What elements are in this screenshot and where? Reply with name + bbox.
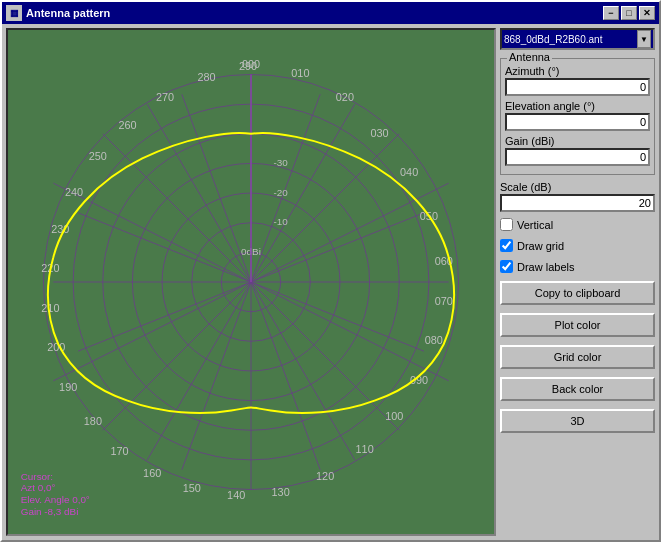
svg-text:020: 020	[336, 91, 354, 103]
window-controls: − □ ✕	[603, 6, 655, 20]
svg-text:260: 260	[118, 119, 136, 131]
antenna-group-label: Antenna	[507, 51, 552, 63]
svg-text:100: 100	[385, 410, 403, 422]
svg-text:140: 140	[227, 489, 245, 501]
copy-clipboard-button[interactable]: Copy to clipboard	[500, 281, 655, 305]
azimuth-field: Azimuth (°)	[505, 65, 650, 96]
scale-label: Scale (dB)	[500, 181, 655, 193]
content-area: 000 010 020 030 040 050 060 070 080 090 …	[2, 24, 659, 540]
elevation-field: Elevation angle (°)	[505, 100, 650, 131]
close-button[interactable]: ✕	[639, 6, 655, 20]
svg-text:Gain -8,3 dBi: Gain -8,3 dBi	[21, 506, 79, 517]
maximize-button[interactable]: □	[621, 6, 637, 20]
window-title: Antenna pattern	[26, 7, 603, 19]
scale-input[interactable]	[500, 194, 655, 212]
svg-text:130: 130	[272, 486, 290, 498]
sidebar: 868_0dBd_R2B60.ant ▼ Antenna Azimuth (°)…	[500, 28, 655, 536]
scale-field: Scale (dB)	[500, 181, 655, 212]
gain-input[interactable]	[505, 148, 650, 166]
svg-text:030: 030	[370, 127, 388, 139]
svg-text:040: 040	[400, 166, 418, 178]
svg-text:110: 110	[356, 443, 374, 455]
svg-text:210: 210	[41, 302, 59, 314]
gain-field: Gain (dBi)	[505, 135, 650, 166]
draw-labels-checkbox-row: Draw labels	[500, 260, 655, 273]
svg-text:290: 290	[239, 60, 257, 72]
svg-text:120: 120	[316, 470, 334, 482]
svg-text:080: 080	[425, 334, 443, 346]
title-bar: ▦ Antenna pattern − □ ✕	[2, 2, 659, 24]
svg-text:-20: -20	[274, 187, 289, 198]
gain-label: Gain (dBi)	[505, 135, 650, 147]
svg-text:010: 010	[291, 67, 309, 79]
svg-text:180: 180	[84, 415, 102, 427]
antenna-group: Antenna Azimuth (°) Elevation angle (°) …	[500, 58, 655, 175]
svg-text:Cursor:: Cursor:	[21, 471, 53, 482]
draw-labels-label: Draw labels	[517, 261, 574, 273]
svg-text:Azt 0,0°: Azt 0,0°	[21, 483, 56, 494]
svg-text:160: 160	[143, 467, 161, 479]
draw-grid-label: Draw grid	[517, 240, 564, 252]
plot-color-button[interactable]: Plot color	[500, 313, 655, 337]
svg-text:240: 240	[65, 186, 83, 198]
vertical-checkbox[interactable]	[500, 218, 513, 231]
svg-text:250: 250	[89, 150, 107, 162]
svg-text:190: 190	[59, 381, 77, 393]
antenna-plot: 000 010 020 030 040 050 060 070 080 090 …	[8, 30, 494, 534]
vertical-checkbox-row: Vertical	[500, 218, 655, 231]
draw-labels-checkbox[interactable]	[500, 260, 513, 273]
elevation-input[interactable]	[505, 113, 650, 131]
vertical-label: Vertical	[517, 219, 553, 231]
dropdown-arrow-icon[interactable]: ▼	[637, 30, 651, 48]
app-icon: ▦	[6, 5, 22, 21]
dropdown-value: 868_0dBd_R2B60.ant	[504, 34, 635, 45]
grid-color-button[interactable]: Grid color	[500, 345, 655, 369]
svg-text:-30: -30	[274, 157, 289, 168]
azimuth-input[interactable]	[505, 78, 650, 96]
svg-text:270: 270	[156, 91, 174, 103]
svg-text:-10: -10	[274, 216, 289, 227]
svg-text:280: 280	[197, 71, 215, 83]
azimuth-label: Azimuth (°)	[505, 65, 650, 77]
svg-text:070: 070	[435, 295, 453, 307]
back-color-button[interactable]: Back color	[500, 377, 655, 401]
elevation-label: Elevation angle (°)	[505, 100, 650, 112]
plot-area: 000 010 020 030 040 050 060 070 080 090 …	[6, 28, 496, 536]
draw-grid-checkbox-row: Draw grid	[500, 239, 655, 252]
main-window: ▦ Antenna pattern − □ ✕	[0, 0, 661, 542]
antenna-file-dropdown[interactable]: 868_0dBd_R2B60.ant ▼	[500, 28, 655, 50]
minimize-button[interactable]: −	[603, 6, 619, 20]
svg-text:150: 150	[183, 482, 201, 494]
svg-text:170: 170	[111, 445, 129, 457]
three-d-button[interactable]: 3D	[500, 409, 655, 433]
svg-text:Elev. Angle 0,0°: Elev. Angle 0,0°	[21, 494, 90, 505]
draw-grid-checkbox[interactable]	[500, 239, 513, 252]
